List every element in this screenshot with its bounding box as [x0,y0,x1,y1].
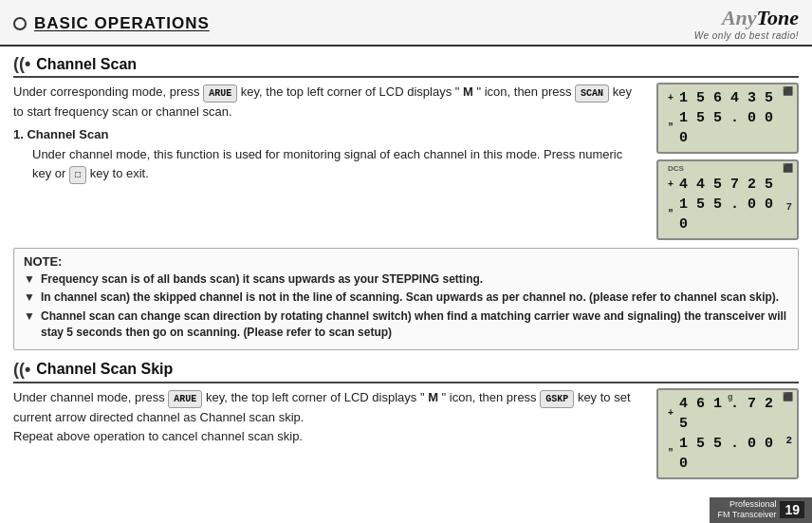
lcd-display-3: g ⬛ + 4 6 1 . 7 2 5 2 " 1 5 5 . 0 0 0 [656,388,799,479]
lcd3-row1: 4 6 1 . 7 2 5 [679,394,789,434]
section1-para1: Under corresponding mode, press ARUE key… [13,83,642,121]
lcd2-dcs: DCS [668,163,684,174]
note-arrow-1: ▼ [24,271,35,288]
lcd3-row2: 1 5 5 . 0 0 0 [679,434,789,474]
lcd3-topright2: ⬛ [783,392,793,404]
lcd2-row2: 1 5 5 . 0 0 0 [679,195,789,234]
section2: ((• Channel Scan Skip Under channel mode… [13,360,799,479]
arue-button-2: ARUE [168,390,202,409]
page-number: 19 [780,501,804,518]
logo-main: AnyTone [694,6,799,30]
note-text-1: Frequency scan is of all bands scan) it … [41,271,483,288]
lcd1-topright: ⬛ [783,86,793,99]
lcd3-right: 2 [785,434,792,448]
note-text-2: In channel scan) the skipped channel is … [41,290,779,306]
wave-icon: ((• [13,54,30,74]
wave-icon-2: ((• [13,360,30,380]
note-row-2: ▼ In channel scan) the skipped channel i… [24,290,788,306]
lcd3-indicator: + [668,407,677,420]
section1-item1-title: 1. Channel Scan [13,125,642,144]
section1-text: Under corresponding mode, press ARUE key… [13,83,642,240]
lcd3-topright: g [728,392,732,404]
lcd2-indicator: + [668,178,677,192]
lcd-group-2: g ⬛ + 4 6 1 . 7 2 5 2 " 1 5 5 . 0 0 0 [652,388,799,479]
lcd3-indicator2: " [668,447,677,460]
logo-area: AnyTone We only do best radio! [694,6,799,41]
note-box: NOTE: ▼ Frequency scan is of all bands s… [13,248,799,350]
page-header: BASIC OPERATIONS AnyTone We only do best… [0,0,812,47]
lcd2-indicator2: " [668,208,677,221]
lcd-group-1: ⬛ + 1 5 6 4 3 5 " 1 5 5 . 0 0 0 DCS ⬛ + … [652,83,799,240]
lcd-display-2: DCS ⬛ + 4 4 5 7 2 5 7 " 1 5 5 . 0 0 0 [656,159,799,240]
lcd2-row1: 4 4 5 7 2 5 [679,175,773,195]
circle-icon [13,17,27,30]
section1-content: Under corresponding mode, press ARUE key… [13,83,799,240]
lcd1-row2: 1 5 5 . 0 0 0 [679,108,789,148]
note-arrow-2: ▼ [24,290,35,306]
section2-text: Under channel mode, press ARUE key, the … [13,388,642,479]
lcd1-indicator2: " [668,121,677,135]
section2-title: ((• Channel Scan Skip [13,360,799,383]
page-title: BASIC OPERATIONS [13,14,210,33]
note-title: NOTE: [24,254,788,269]
lcd2-topright: ⬛ [783,163,793,176]
scan-button: SCAN [575,84,609,103]
note-arrow-3: ▼ [24,308,35,325]
section1-title: ((• Channel Scan [13,54,799,78]
exit-button: □ [69,166,86,184]
lcd1-row1: 1 5 6 4 3 5 [679,88,773,108]
note-row-3: ▼ Channel scan can change scan direction… [24,308,788,342]
note-text-3: Channel scan can change scan direction b… [41,308,788,342]
section1-item1-text: Under channel mode, this function is use… [13,145,642,184]
arue-button-1: ARUE [203,84,237,103]
lcd-display-1: ⬛ + 1 5 6 4 3 5 " 1 5 5 . 0 0 0 [656,83,799,154]
lcd1-indicator: + [668,92,677,105]
gskp-button: GSKP [540,390,574,409]
section2-content: Under channel mode, press ARUE key, the … [13,388,799,479]
logo-sub: We only do best radio! [694,30,799,41]
page-footer: Professional FM Transceiver 19 [710,497,812,523]
main-content: ((• Channel Scan Under corresponding mod… [0,47,812,485]
lcd2-right: 7 [785,200,792,215]
note-row-1: ▼ Frequency scan is of all bands scan) i… [24,271,788,288]
footer-text: Professional FM Transceiver [717,499,776,521]
